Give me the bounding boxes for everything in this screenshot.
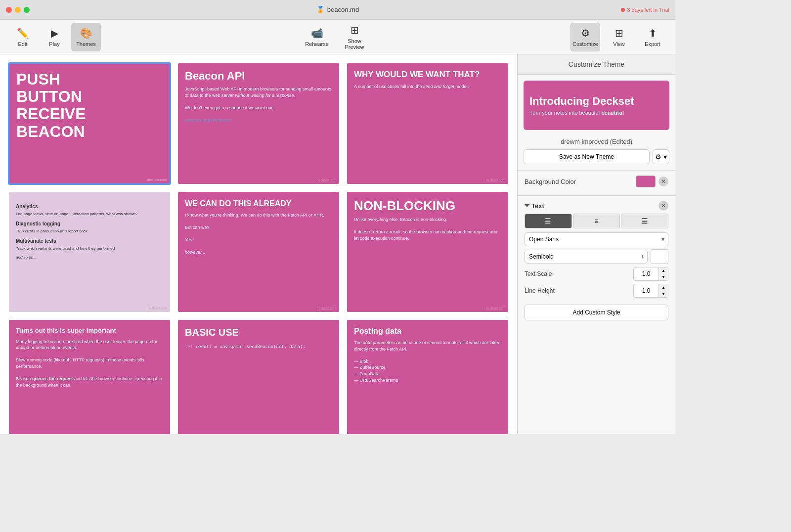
align-left-button[interactable]: ☰	[525, 214, 572, 228]
line-height-input[interactable]	[634, 285, 659, 296]
play-button[interactable]: ▶ Play	[40, 23, 69, 51]
line-height-down[interactable]: ▼	[659, 291, 668, 297]
view-label: View	[613, 41, 625, 47]
text-scale-input[interactable]	[634, 268, 659, 279]
background-color-section: Background Color ✕	[518, 170, 675, 195]
slide-6[interactable]: NON-BLOCKING Unlike everything else, Bea…	[346, 191, 509, 313]
rehearse-button[interactable]: 📹 Rehearse	[302, 23, 332, 51]
line-height-row: Line Height ▲ ▼	[525, 284, 668, 298]
play-label: Play	[49, 41, 59, 47]
title-emoji: 🏅	[316, 6, 324, 13]
align-left-icon: ☰	[545, 217, 551, 225]
text-scale-input-wrapper: ▲ ▼	[633, 267, 668, 281]
slide-6-title: NON-BLOCKING	[354, 199, 501, 213]
align-center-icon: ≡	[594, 217, 598, 225]
slide-9-title: Posting data	[354, 327, 501, 336]
slide-2[interactable]: Beacon API JavaScript-based Web API in m…	[177, 62, 340, 185]
right-panel: Customize Theme Introducing Deckset Turn…	[517, 54, 675, 434]
main-layout: PUSHBUTTONRECEIVEBEACON deckset.com Beac…	[0, 54, 675, 434]
theme-name: drewm improved (Edited)	[518, 138, 675, 145]
slide-1-title: PUSHBUTTONRECEIVEBEACON	[16, 71, 163, 140]
theme-preview: Introducing Deckset Turn your notes into…	[524, 81, 669, 130]
font-select[interactable]: Open Sans Helvetica Arial Georgia	[525, 232, 668, 246]
toolbar: ✏️ Edit ▶ Play 🎨 Themes 📹 Rehearse ⊞ Sho…	[0, 20, 675, 54]
export-label: Export	[645, 41, 660, 47]
align-right-button[interactable]: ☰	[621, 214, 668, 228]
text-section-label: Text	[531, 202, 544, 210]
trial-dot	[621, 8, 625, 12]
export-icon: ⬆	[649, 27, 657, 39]
trial-info: 3 days left in Trial	[621, 7, 669, 13]
themes-button[interactable]: 🎨 Themes	[71, 23, 101, 51]
text-scale-up[interactable]: ▲	[659, 267, 668, 274]
line-height-label: Line Height	[525, 287, 633, 294]
fullscreen-traffic-light[interactable]	[24, 7, 30, 13]
slide-2-watermark: deckset.com	[317, 178, 336, 182]
text-section-close[interactable]: ✕	[659, 201, 668, 211]
text-scale-row: Text Scale ▲ ▼	[525, 267, 668, 281]
weight-select-wrapper: Semibold Regular Bold Light	[525, 250, 648, 264]
slide-4[interactable]: Analytics Log page views, time on page, …	[8, 191, 171, 313]
slide-8[interactable]: BASIC USE let result = navigator.sendBea…	[177, 319, 340, 434]
rehearse-label: Rehearse	[305, 41, 329, 47]
slide-8-code: let result = navigator.sendBeacon(url, d…	[185, 344, 332, 349]
customize-button[interactable]: ⚙ Customize	[571, 23, 600, 51]
save-theme-button[interactable]: Save as New Theme	[524, 149, 650, 164]
line-height-stepper: ▲ ▼	[659, 284, 668, 297]
themes-label: Themes	[76, 41, 96, 47]
themes-icon: 🎨	[80, 27, 92, 39]
theme-preview-title: Introducing Deckset	[529, 95, 663, 108]
minimize-traffic-light[interactable]	[15, 7, 21, 13]
titlebar-center: 🏅 beacon.md	[316, 6, 359, 13]
edit-button[interactable]: ✏️ Edit	[8, 23, 38, 51]
slide-7-title: Turns out this is super important	[16, 327, 163, 335]
titlebar: 🏅 beacon.md 3 days left in Trial	[0, 0, 675, 20]
font-row: Open Sans Helvetica Arial Georgia	[525, 232, 668, 246]
slide-3-body: A number of use cases fall into the send…	[354, 84, 501, 90]
font-select-wrapper: Open Sans Helvetica Arial Georgia	[525, 232, 668, 246]
slide-6-body: Unlike everything else, Beacon is non-bl…	[354, 217, 501, 241]
text-section-expand-icon[interactable]	[525, 204, 529, 207]
weight-select[interactable]: Semibold Regular Bold Light	[525, 250, 648, 264]
line-height-up[interactable]: ▲	[659, 284, 668, 291]
align-row: ☰ ≡ ☰	[525, 214, 668, 228]
titlebar-left	[6, 7, 34, 13]
slides-grid: PUSHBUTTONRECEIVEBEACON deckset.com Beac…	[8, 62, 509, 434]
slide-7-body: Many logging behaviours are fired when t…	[16, 339, 163, 389]
text-scale-down[interactable]: ▼	[659, 274, 668, 280]
align-right-icon: ☰	[642, 217, 648, 225]
slide-7[interactable]: Turns out this is super important Many l…	[8, 319, 171, 434]
export-button[interactable]: ⬆ Export	[638, 23, 667, 51]
show-preview-icon: ⊞	[351, 24, 359, 36]
trial-text: 3 days left in Trial	[627, 7, 669, 13]
text-section-title: Text	[525, 202, 544, 210]
theme-preview-subtitle: Turn your notes into beautiful beautiful	[529, 110, 663, 116]
gear-button[interactable]: ⚙ ▾	[653, 149, 669, 164]
toolbar-center-group: 📹 Rehearse ⊞ Show Preview	[103, 23, 569, 51]
background-color-swatch[interactable]	[636, 176, 656, 187]
add-custom-style-button[interactable]: Add Custom Style	[525, 305, 668, 320]
slide-4-watermark: deckset.com	[148, 307, 167, 310]
background-color-close[interactable]: ✕	[659, 177, 668, 186]
slide-2-body: JavaScript-based Web API in modern brows…	[185, 86, 332, 124]
background-color-row: Background Color ✕	[525, 176, 668, 187]
slide-1[interactable]: PUSHBUTTONRECEIVEBEACON deckset.com	[8, 62, 171, 185]
text-color-swatch[interactable]	[651, 249, 668, 264]
slide-9[interactable]: Posting data The data parameter can be i…	[346, 319, 509, 434]
show-preview-button[interactable]: ⊞ Show Preview	[340, 23, 369, 51]
slide-3[interactable]: WHY WOULD WE WANT THAT? A number of use …	[346, 62, 509, 185]
slide-4-body: Analytics Log page views, time on page, …	[16, 203, 163, 261]
play-icon: ▶	[51, 27, 58, 39]
slides-panel[interactable]: PUSHBUTTONRECEIVEBEACON deckset.com Beac…	[0, 54, 517, 434]
right-panel-title: Customize Theme	[518, 54, 675, 75]
window-title: beacon.md	[327, 6, 359, 13]
gear-icon: ⚙ ▾	[655, 153, 667, 161]
slide-5-title: WE CAN DO THIS ALREADY	[185, 199, 332, 208]
show-preview-label: Show Preview	[340, 38, 369, 50]
close-traffic-light[interactable]	[6, 7, 12, 13]
align-center-button[interactable]: ≡	[573, 214, 620, 228]
view-button[interactable]: ⊞ View	[604, 23, 634, 51]
weight-color-row: Semibold Regular Bold Light	[525, 249, 668, 264]
slide-5[interactable]: WE CAN DO THIS ALREADY I know what you'r…	[177, 191, 340, 313]
slide-5-body: I know what you're thinking. We can do t…	[185, 212, 332, 256]
